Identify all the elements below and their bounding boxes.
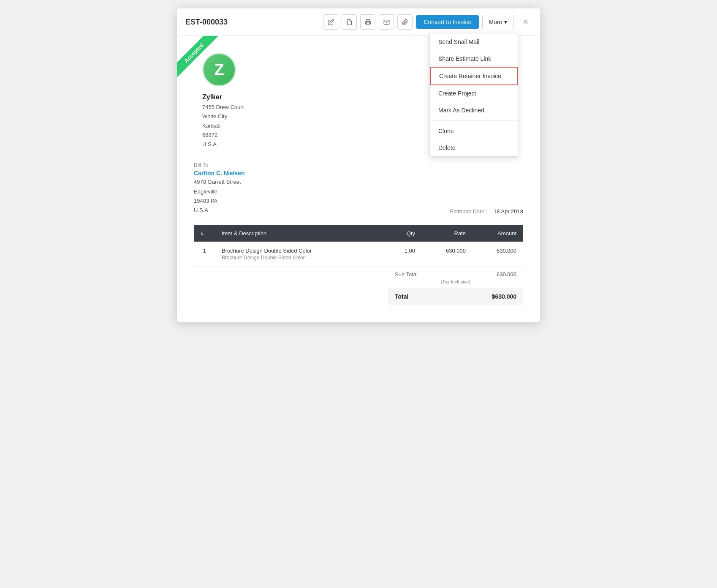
col-num: # xyxy=(194,225,215,242)
estimate-date-value: 18 Apr 2018 xyxy=(494,208,523,215)
more-label: More xyxy=(489,19,502,25)
company-addr-line3: Kansas xyxy=(202,121,244,131)
bill-addr-line4: U.S.A xyxy=(194,206,245,215)
header-left: EST-000033 xyxy=(185,18,228,27)
print-icon xyxy=(365,19,371,25)
modal-header: EST-000033 xyxy=(177,8,540,36)
accepted-ribbon: Accepted xyxy=(177,36,218,78)
attach-button[interactable] xyxy=(397,14,413,30)
total-value: $630.000 xyxy=(492,293,516,300)
print-button[interactable] xyxy=(360,14,375,30)
tax-note: (Tax Inclusive) xyxy=(388,279,523,288)
row-num: 1 xyxy=(194,242,215,267)
company-addr-line4: 66872 xyxy=(202,131,244,140)
col-amount: Amount xyxy=(473,225,523,242)
edit-button[interactable] xyxy=(323,14,338,30)
pdf-button[interactable] xyxy=(342,14,357,30)
totals-table: Sub Total 630.000 (Tax Inclusive) Total … xyxy=(388,267,523,305)
dropdown-create-retainer-invoice[interactable]: Create Retainer Invoice xyxy=(430,67,518,85)
col-item: Item & Description xyxy=(215,225,380,242)
totals-section: Sub Total 630.000 (Tax Inclusive) Total … xyxy=(194,267,523,305)
col-rate: Rate xyxy=(422,225,473,242)
ribbon-wrap: Accepted xyxy=(177,36,228,87)
dropdown-mark-as-declined[interactable]: Mark As Declined xyxy=(430,102,518,119)
bill-addr-line2: Eagleville xyxy=(194,187,245,196)
edit-icon xyxy=(328,19,334,25)
estimate-date-section: Estimate Date : 18 Apr 2018 xyxy=(450,207,523,215)
subtotal-label: Sub Total xyxy=(395,271,418,278)
row-item: Brochure Design Double Sided Color Broch… xyxy=(215,242,380,267)
subtotal-value: 630.000 xyxy=(497,271,516,278)
row-amount: 630.000 xyxy=(473,242,523,267)
company-name: Zylker xyxy=(202,93,222,101)
pdf-icon xyxy=(346,19,353,25)
close-button[interactable]: × xyxy=(519,15,532,29)
attach-icon xyxy=(402,19,408,25)
bill-to-name: Carlton C. Nielsen xyxy=(194,170,245,177)
bill-to-label: Bill To xyxy=(194,162,245,168)
convert-to-invoice-button[interactable]: Convert to Invoice xyxy=(416,15,479,29)
table-header-row: # Item & Description Qty Rate Amount xyxy=(194,225,523,242)
dropdown-divider xyxy=(430,120,518,121)
company-addr-line1: 7455 Drew Court xyxy=(202,103,244,112)
bill-addr-line1: 4978 Garrett Street xyxy=(194,177,245,187)
company-address: 7455 Drew Court White City Kansas 66872 … xyxy=(202,103,244,149)
svg-rect-0 xyxy=(367,22,370,24)
company-addr-line2: White City xyxy=(202,112,244,121)
email-button[interactable] xyxy=(379,14,394,30)
estimate-number: EST-000033 xyxy=(185,18,228,27)
bill-to-address: 4978 Garrett Street Eagleville 19403 PA … xyxy=(194,177,245,215)
more-button[interactable]: More ▾ xyxy=(482,15,513,29)
total-label: Total xyxy=(395,293,408,300)
bill-to-section: Bill To Carlton C. Nielsen 4978 Garrett … xyxy=(194,162,245,215)
dropdown-delete[interactable]: Delete xyxy=(430,139,518,156)
dropdown-create-project[interactable]: Create Project xyxy=(430,85,518,102)
item-description: Brochure Design Double Sided Color xyxy=(222,255,373,261)
estimate-date-label: Estimate Date : xyxy=(450,208,488,215)
col-qty: Qty xyxy=(380,225,422,242)
dropdown-share-estimate-link[interactable]: Share Estimate Link xyxy=(430,50,518,67)
items-table: # Item & Description Qty Rate Amount 1 B… xyxy=(194,225,523,267)
bill-date-row: Bill To Carlton C. Nielsen 4978 Garrett … xyxy=(194,162,523,215)
dropdown-clone[interactable]: Clone xyxy=(430,122,518,139)
chevron-down-icon: ▾ xyxy=(504,19,507,25)
total-row: Total $630.000 xyxy=(388,288,523,305)
row-rate: 630.000 xyxy=(422,242,473,267)
item-name: Brochure Design Double Sided Color xyxy=(222,248,373,254)
header-actions: Convert to Invoice More ▾ × xyxy=(323,14,532,30)
more-dropdown-menu: Send Snail Mail Share Estimate Link Crea… xyxy=(429,33,518,157)
company-addr-line5: U.S.A xyxy=(202,140,244,149)
email-icon xyxy=(383,19,390,25)
bill-addr-line3: 19403 PA xyxy=(194,196,245,206)
dropdown-send-snail-mail[interactable]: Send Snail Mail xyxy=(430,33,518,50)
estimate-modal: EST-000033 xyxy=(177,8,540,322)
row-qty: 1.00 xyxy=(380,242,422,267)
table-row: 1 Brochure Design Double Sided Color Bro… xyxy=(194,242,523,267)
